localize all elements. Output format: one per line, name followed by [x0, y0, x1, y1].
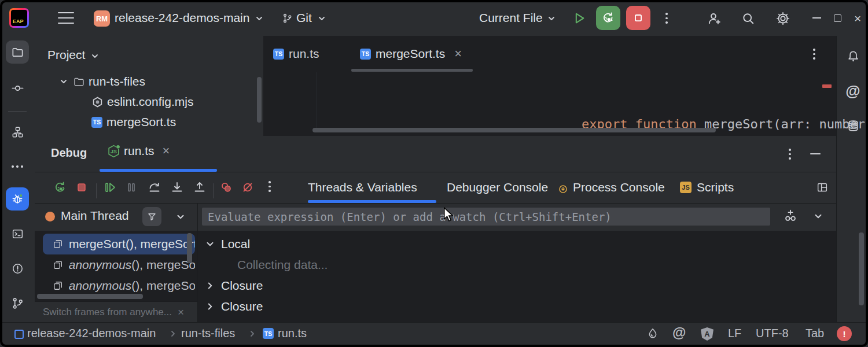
project-scrollbar[interactable]: [257, 77, 262, 123]
thread-selector[interactable]: Main Thread: [61, 209, 129, 223]
view-breakpoints-icon[interactable]: [219, 180, 234, 195]
editor-tab-run-ts[interactable]: TS run.ts: [273, 36, 319, 72]
variables-panel: Local Collecting data... Closure Closure: [198, 231, 836, 322]
line-separator-widget[interactable]: LF: [728, 327, 741, 340]
rail-divider: [8, 111, 27, 112]
toolbar-more-icon[interactable]: [269, 181, 271, 192]
chevron-down-icon[interactable]: [255, 14, 264, 23]
variables-group-label: Local: [221, 237, 250, 251]
close-icon[interactable]: ×: [163, 143, 170, 158]
chevron-right-icon[interactable]: [205, 280, 215, 291]
status-bar: release-242-demos-main run-ts-files TS r…: [0, 322, 868, 345]
filter-frames-button[interactable]: [142, 207, 161, 226]
more-actions-icon[interactable]: [665, 13, 668, 24]
tree-item-run-ts-files[interactable]: run-ts-files: [59, 72, 145, 91]
pause-program-icon[interactable]: [124, 180, 139, 195]
project-tool-icon[interactable]: [6, 40, 29, 64]
chevron-down-icon[interactable]: [205, 239, 215, 249]
editor-more-options-icon[interactable]: [813, 49, 815, 60]
settings-gear-icon[interactable]: [775, 11, 790, 26]
run-configuration-selector[interactable]: Current File: [479, 11, 543, 25]
commit-tool-icon[interactable]: [6, 76, 29, 99]
chevron-down-icon[interactable]: [547, 14, 556, 23]
indent-widget[interactable]: Tab: [806, 327, 824, 340]
git-branch-icon[interactable]: [282, 13, 293, 24]
tab-threads-variables[interactable]: Threads & Variables: [308, 172, 417, 203]
problems-tool-icon[interactable]: [6, 257, 29, 280]
javascript-icon: JS: [680, 182, 692, 193]
angular-icon[interactable]: A: [701, 327, 713, 341]
rerun-debug-icon[interactable]: [53, 180, 68, 195]
step-out-icon[interactable]: [192, 180, 207, 195]
step-into-icon[interactable]: [170, 180, 185, 195]
project-selector[interactable]: release-242-demos-main: [115, 11, 249, 25]
hide-panel-button[interactable]: [810, 153, 821, 154]
tab-label: Process Console: [573, 180, 665, 194]
ai-assistant-status-icon[interactable]: @: [672, 324, 686, 341]
frames-horizontal-scrollbar[interactable]: [37, 294, 143, 299]
tab-process-console[interactable]: Process Console: [558, 172, 665, 203]
close-icon[interactable]: ×: [178, 306, 184, 319]
resume-program-icon[interactable]: [102, 180, 117, 195]
tab-scripts[interactable]: JS Scripts: [680, 172, 734, 203]
window-close-button[interactable]: ×: [854, 12, 861, 25]
variables-group-closure-2[interactable]: Closure: [205, 296, 263, 317]
restart-debug-button[interactable]: [596, 6, 620, 30]
stop-icon[interactable]: [74, 180, 89, 195]
tree-item-mergesort-ts[interactable]: TS mergeSort.ts: [91, 112, 176, 132]
error-notification-badge[interactable]: !: [837, 326, 852, 341]
chevron-right-icon[interactable]: [205, 301, 215, 312]
debug-more-options-icon[interactable]: [789, 149, 791, 160]
run-button[interactable]: [572, 11, 586, 25]
debug-tool-icon[interactable]: [6, 187, 29, 211]
prettier-icon[interactable]: [646, 327, 660, 341]
debug-header: Debug JS run.ts ×: [35, 136, 836, 172]
step-over-icon[interactable]: [147, 180, 162, 195]
gutter-divider: [316, 72, 317, 132]
layout-settings-icon[interactable]: [815, 180, 830, 195]
editor-horizontal-scrollbar[interactable]: [312, 128, 716, 132]
frame-location: (), mergeSor: [131, 279, 195, 292]
vcs-widget[interactable]: Git: [296, 11, 312, 25]
intellij-eap-logo-icon[interactable]: EAP: [9, 8, 29, 28]
variables-group-closure-1[interactable]: Closure: [205, 275, 263, 296]
window-minimize-button[interactable]: [812, 17, 821, 19]
breadcrumb-project[interactable]: release-242-demos-main: [27, 327, 156, 340]
variables-group-local[interactable]: Local: [205, 234, 250, 254]
hamburger-menu-icon[interactable]: [58, 12, 74, 24]
git-tool-icon[interactable]: [6, 291, 29, 315]
frame-item[interactable]: mergeSort(), mergeSort: [43, 234, 195, 254]
project-panel-title[interactable]: Project: [47, 48, 85, 62]
debug-session-tab[interactable]: JS run.ts ×: [107, 143, 170, 158]
project-avatar[interactable]: RM: [94, 10, 110, 27]
error-badge-glyph: !: [843, 329, 846, 339]
chevron-down-icon[interactable]: [175, 212, 186, 222]
mute-breakpoints-icon[interactable]: [240, 180, 255, 195]
evaluate-expression-input[interactable]: [202, 208, 770, 226]
error-stripe-mark[interactable]: [822, 84, 832, 88]
frame-item[interactable]: anonymous(), mergeSor: [43, 254, 195, 275]
terminal-tool-icon[interactable]: [6, 222, 29, 245]
stop-button[interactable]: [626, 6, 650, 30]
frame-item[interactable]: anonymous(), mergeSor: [43, 275, 195, 296]
close-icon[interactable]: ×: [454, 46, 462, 61]
structure-tool-icon[interactable]: [6, 120, 29, 143]
variables-vertical-scrollbar[interactable]: [859, 232, 864, 305]
chevron-down-icon[interactable]: [59, 77, 68, 86]
notifications-bell-icon[interactable]: [841, 45, 865, 68]
tab-debugger-console[interactable]: Debugger Console: [447, 172, 548, 203]
chevron-down-icon[interactable]: [317, 14, 326, 23]
window-maximize-button[interactable]: [834, 14, 841, 22]
breadcrumb-folder[interactable]: run-ts-files: [181, 327, 235, 340]
frames-vertical-scrollbar[interactable]: [187, 233, 192, 263]
add-watch-icon[interactable]: [782, 208, 799, 224]
more-tool-windows-icon[interactable]: [6, 155, 29, 178]
chevron-down-icon[interactable]: [90, 51, 100, 61]
encoding-widget[interactable]: UTF-8: [756, 327, 789, 340]
code-with-me-icon[interactable]: [707, 11, 722, 26]
search-icon[interactable]: [741, 11, 756, 26]
tree-item-eslint-config[interactable]: eslint.config.mjs: [91, 92, 193, 112]
breadcrumb-file[interactable]: run.ts: [278, 327, 307, 340]
chevron-down-icon[interactable]: [813, 211, 823, 222]
editor-tab-mergesort-ts[interactable]: TS mergeSort.ts ×: [360, 36, 462, 72]
